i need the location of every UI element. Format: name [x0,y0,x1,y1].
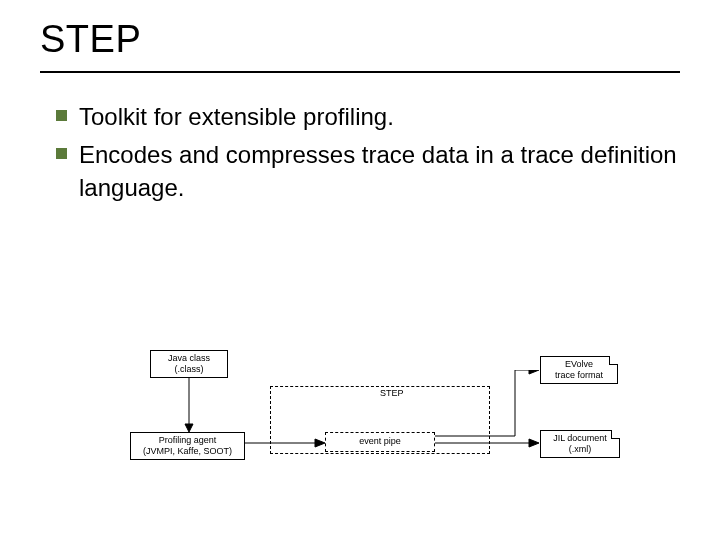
evolve-line1: EVolve [565,359,593,370]
evolve-trace-format-box: EVolve trace format [540,356,618,384]
bullet-text: Encodes and compresses trace data in a t… [79,139,680,204]
jil-doc-line2: (.xml) [569,444,592,455]
svg-marker-3 [315,439,325,447]
prof-agent-line1: Profiling agent [159,435,217,446]
jil-document-box: JIL document (.xml) [540,430,620,458]
java-class-line2: (.class) [175,364,204,375]
folded-corner-icon [609,356,618,365]
slide-title: STEP [40,18,680,61]
square-bullet-icon [56,148,67,159]
java-class-box: Java class (.class) [150,350,228,378]
svg-marker-1 [185,424,193,432]
java-class-line1: Java class [168,353,210,364]
evolve-line2: trace format [555,370,603,381]
step-label: STEP [380,388,404,398]
svg-marker-6 [529,439,539,447]
jil-doc-line1: JIL document [553,433,607,444]
bullet-item: Encodes and compresses trace data in a t… [56,139,680,204]
bullet-item: Toolkit for extensible profiling. [56,101,680,133]
bullet-list: Toolkit for extensible profiling. Encode… [0,73,720,204]
svg-marker-4 [529,370,539,374]
arrow-eventpipe-to-evolve [435,370,540,444]
prof-agent-line2: (JVMPI, Kaffe, SOOT) [143,446,232,457]
profiling-agent-box: Profiling agent (JVMPI, Kaffe, SOOT) [130,432,245,460]
folded-corner-icon [611,430,620,439]
event-pipe-box: event pipe [325,432,435,452]
event-pipe-label: event pipe [359,436,401,447]
arrow-profagent-to-eventpipe [245,436,325,450]
bullet-text: Toolkit for extensible profiling. [79,101,394,133]
arrow-javaclass-to-profagent [182,378,202,432]
architecture-diagram: Java class (.class) EVolve trace format … [0,340,720,520]
square-bullet-icon [56,110,67,121]
arrow-eventpipe-to-jildoc [435,436,540,450]
